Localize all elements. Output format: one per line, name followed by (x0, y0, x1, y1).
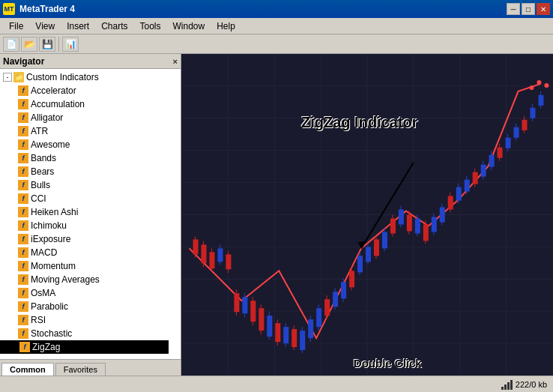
indicator-icon-ichimoku: f (18, 220, 28, 231)
tree-item-atr[interactable]: fATR (0, 124, 169, 138)
indicator-label-moving averages: Moving Averages (31, 274, 100, 285)
indicator-label-bears: Bears (31, 166, 54, 177)
tree-item-cci[interactable]: fCCI (0, 192, 169, 205)
title-bar-left: MT MetaTrader 4 (3, 3, 75, 15)
indicator-label-macd: MACD (31, 247, 57, 258)
indicator-icon-bulls: f (18, 180, 28, 190)
indicator-label-atr: ATR (31, 126, 48, 136)
tab-common[interactable]: Common (1, 363, 54, 376)
tree-scroll[interactable]: - 📁 Custom Indicators fAcceleratorfAccum… (0, 69, 181, 359)
tree-item-parabolic[interactable]: fParabolic (0, 300, 169, 313)
indicator-label-bulls: Bulls (31, 180, 50, 190)
minimize-button[interactable]: ─ (507, 3, 520, 15)
tree-item-alligator[interactable]: fAlligator (0, 111, 169, 124)
tree-item-rsi[interactable]: fRSI (0, 313, 169, 327)
zigzag-text: ZigZag Indicator (301, 114, 418, 130)
close-button[interactable]: ✕ (537, 3, 550, 15)
indicator-icon-cci: f (18, 193, 28, 204)
indicator-icon-moving averages: f (18, 274, 28, 285)
status-bar: 222/0 kb (0, 376, 553, 392)
tree-item-bulls[interactable]: fBulls (0, 178, 169, 192)
indicator-icon-rsi: f (18, 315, 28, 325)
menu-file[interactable]: File (3, 19, 29, 33)
indicator-label-cci: CCI (31, 193, 46, 204)
tree-item-bands[interactable]: fBands (0, 151, 169, 165)
tree-item-macd[interactable]: fMACD (0, 246, 169, 259)
svg-rect-65 (390, 218, 396, 233)
indicator-icon-parabolic: f (18, 301, 28, 312)
tree-item-stochastic[interactable]: fStochastic (0, 327, 169, 340)
menu-insert[interactable]: Insert (61, 19, 95, 33)
indicator-icon-macd: f (18, 247, 28, 258)
svg-rect-61 (374, 239, 379, 256)
indicator-label-iexposure: iExposure (31, 234, 70, 244)
navigator-title: Navigator (3, 56, 44, 67)
menu-tools[interactable]: Tools (134, 19, 167, 33)
svg-rect-79 (448, 196, 453, 210)
indicator-label-accelerator: Accelerator (31, 85, 76, 96)
svg-rect-97 (522, 120, 528, 130)
tab-favorites[interactable]: Favorites (55, 363, 106, 376)
title-bar: MT MetaTrader 4 ─ □ ✕ (0, 0, 553, 18)
status-bars-icon (501, 379, 513, 390)
indicator-icon-atr: f (18, 126, 28, 136)
tree-item-zigzag[interactable]: fZigZag (0, 340, 169, 354)
toolbar-separator (58, 37, 59, 52)
tree-item-iexposure[interactable]: fiExposure (0, 232, 169, 246)
tree-item-osma[interactable]: fOsMA (0, 286, 169, 300)
tree-item-ichimoku[interactable]: fIchimoku (0, 219, 169, 232)
indicator-icon-osma: f (18, 288, 28, 298)
tree-item-moving-averages[interactable]: fMoving Averages (0, 273, 169, 286)
folder-icon: 📁 (13, 72, 24, 82)
svg-rect-29 (242, 297, 247, 313)
expand-icon: - (3, 73, 12, 82)
navigator-close-button[interactable]: × (173, 57, 178, 66)
tree-item-accumulation[interactable]: fAccumulation (0, 97, 169, 111)
indicator-label-momentum: Momentum (31, 261, 76, 271)
menu-view[interactable]: View (29, 19, 61, 33)
menu-charts[interactable]: Charts (95, 19, 133, 33)
tree-item-accelerator[interactable]: fAccelerator (0, 84, 169, 97)
indicator-icon-alligator: f (18, 112, 28, 123)
bar-seg-4 (510, 380, 513, 390)
indicator-icon-momentum: f (18, 261, 28, 271)
indicator-icon-awesome: f (18, 139, 28, 150)
maximize-button[interactable]: □ (522, 3, 535, 15)
indicator-label-accumulation: Accumulation (31, 99, 85, 109)
svg-point-103 (529, 85, 534, 90)
tree-item-momentum[interactable]: fMomentum (0, 259, 169, 273)
navigator-tabs: Common Favorites (0, 359, 181, 376)
tree-children: fAcceleratorfAccumulationfAlligatorfATRf… (0, 84, 169, 354)
indicator-label-parabolic: Parabolic (31, 301, 68, 312)
svg-rect-43 (300, 331, 305, 350)
status-memory: 222/0 kb (501, 379, 547, 390)
tree-root-item[interactable]: - 📁 Custom Indicators (0, 70, 169, 84)
menu-bar: File View Insert Charts Tools Window Hel… (0, 18, 553, 34)
double-click-label: Double Click (354, 357, 422, 370)
toolbar-new[interactable]: 📄 (3, 37, 19, 52)
indicator-icon-stochastic: f (18, 328, 28, 339)
toolbar-chart[interactable]: 📊 (62, 37, 79, 52)
menu-window[interactable]: Window (167, 19, 211, 33)
indicator-label-bands: Bands (31, 153, 56, 163)
tree-item-awesome[interactable]: fAwesome (0, 138, 169, 151)
bar-seg-1 (501, 387, 504, 390)
svg-rect-17 (193, 239, 199, 254)
indicator-label-heiken ashi: Heiken Ashi (31, 207, 78, 217)
tree-item-heiken-ashi[interactable]: fHeiken Ashi (0, 205, 169, 219)
tree-item-bears[interactable]: fBears (0, 165, 169, 178)
indicator-icon-bears: f (18, 166, 28, 177)
navigator-content: - 📁 Custom Indicators fAcceleratorfAccum… (0, 69, 181, 359)
svg-rect-27 (234, 293, 239, 312)
custom-indicators-label: Custom Indicators (26, 72, 99, 82)
title-bar-controls: ─ □ ✕ (507, 3, 550, 15)
menu-help[interactable]: Help (211, 19, 241, 33)
toolbar-save[interactable]: 💾 (39, 37, 55, 52)
double-click-text: Double Click (354, 357, 422, 370)
toolbar: 📄 📂 💾 📊 (0, 34, 553, 54)
main-area: Navigator × - 📁 Custom Indicators fAccel… (0, 54, 553, 376)
indicator-icon-accumulation: f (18, 99, 28, 109)
zigzag-annotation: ZigZag Indicator (301, 114, 418, 131)
indicator-label-alligator: Alligator (31, 112, 63, 123)
toolbar-open[interactable]: 📂 (21, 37, 37, 52)
